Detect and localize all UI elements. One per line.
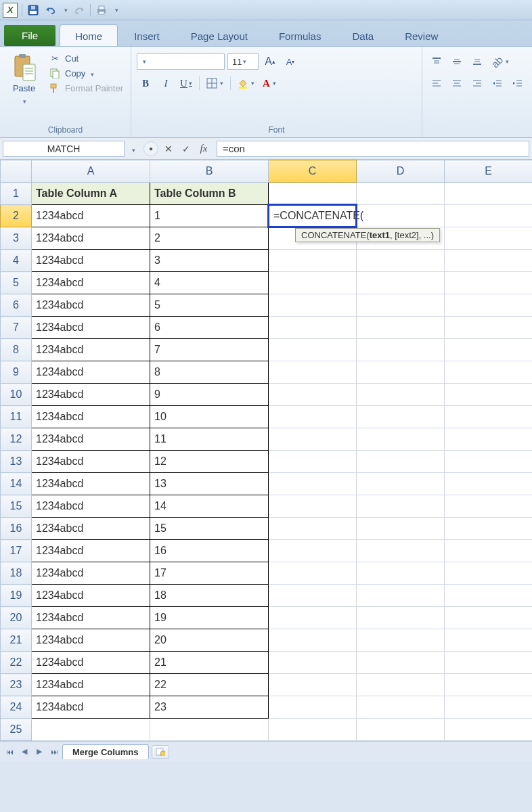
- cell-B12[interactable]: 11: [150, 428, 269, 451]
- cell-A8[interactable]: 1234abcd: [32, 339, 150, 361]
- cell-D15[interactable]: [357, 495, 445, 518]
- row-header[interactable]: 15: [1, 495, 32, 518]
- cell-D14[interactable]: [357, 473, 445, 495]
- cell-B23[interactable]: 22: [150, 674, 269, 696]
- cell-D23[interactable]: [357, 674, 445, 696]
- cell-E7[interactable]: [445, 317, 533, 339]
- select-all-corner[interactable]: [1, 160, 32, 183]
- paste-dropdown-icon[interactable]: [22, 95, 26, 106]
- tab-insert[interactable]: Insert: [119, 25, 175, 46]
- cell-C6[interactable]: [269, 294, 357, 317]
- cell-D1[interactable]: [357, 183, 445, 205]
- cell-E5[interactable]: [445, 272, 533, 294]
- cell-D9[interactable]: [357, 361, 445, 384]
- name-box[interactable]: MATCH: [3, 141, 125, 157]
- cell-D10[interactable]: [357, 384, 445, 406]
- align-center-icon[interactable]: [448, 75, 466, 91]
- cell-E6[interactable]: [445, 294, 533, 317]
- cell-D22[interactable]: [357, 652, 445, 674]
- cell-A18[interactable]: 1234abcd: [32, 562, 150, 585]
- cell-D19[interactable]: [357, 585, 445, 607]
- cell-C1[interactable]: [269, 183, 357, 205]
- row-header[interactable]: 23: [1, 674, 32, 696]
- cancel-formula-icon[interactable]: ✕: [161, 141, 176, 156]
- cell-B19[interactable]: 18: [150, 585, 269, 607]
- cell-B17[interactable]: 16: [150, 540, 269, 562]
- cell-D16[interactable]: [357, 518, 445, 540]
- orientation-icon[interactable]: ab: [489, 53, 512, 70]
- row-header[interactable]: 10: [1, 384, 32, 406]
- column-header-D[interactable]: D: [357, 160, 445, 183]
- redo-icon[interactable]: [72, 3, 86, 17]
- cell-E25[interactable]: [445, 719, 533, 741]
- row-header[interactable]: 14: [1, 473, 32, 495]
- cell-E16[interactable]: [445, 518, 533, 540]
- cell-E24[interactable]: [445, 696, 533, 719]
- cell-D25[interactable]: [357, 719, 445, 741]
- tab-home[interactable]: Home: [60, 24, 118, 46]
- cell-E13[interactable]: [445, 451, 533, 473]
- cell-C10[interactable]: [269, 384, 357, 406]
- cell-B4[interactable]: 3: [150, 250, 269, 272]
- cell-C24[interactable]: [269, 696, 357, 719]
- cell-C19[interactable]: [269, 585, 357, 607]
- cell-B1[interactable]: Table Column B: [150, 183, 269, 205]
- cell-B24[interactable]: 23: [150, 696, 269, 719]
- cell-A6[interactable]: 1234abcd: [32, 294, 150, 317]
- cell-C23[interactable]: [269, 674, 357, 696]
- cell-C15[interactable]: [269, 495, 357, 518]
- cell-C13[interactable]: [269, 451, 357, 473]
- cell-B11[interactable]: 10: [150, 406, 269, 428]
- cell-D24[interactable]: [357, 696, 445, 719]
- column-header-A[interactable]: A: [32, 160, 150, 183]
- cell-C21[interactable]: [269, 629, 357, 652]
- tab-file[interactable]: File: [4, 25, 56, 46]
- expand-formula-icon[interactable]: ●: [143, 141, 158, 156]
- row-header[interactable]: 11: [1, 406, 32, 428]
- cell-E15[interactable]: [445, 495, 533, 518]
- print-icon[interactable]: [95, 3, 108, 17]
- cell-D18[interactable]: [357, 562, 445, 585]
- cell-B14[interactable]: 13: [150, 473, 269, 495]
- qat-customize-icon[interactable]: [112, 3, 119, 17]
- new-sheet-button[interactable]: [152, 745, 169, 759]
- cell-B7[interactable]: 6: [150, 317, 269, 339]
- decrease-indent-icon[interactable]: [489, 75, 506, 91]
- cell-C17[interactable]: [269, 540, 357, 562]
- cell-E11[interactable]: [445, 406, 533, 428]
- cell-B5[interactable]: 4: [150, 272, 269, 294]
- font-color-button[interactable]: A: [260, 75, 279, 91]
- cell-A25[interactable]: [32, 719, 150, 741]
- copy-dropdown-icon[interactable]: [89, 68, 94, 78]
- underline-button[interactable]: U: [177, 75, 195, 91]
- cell-D11[interactable]: [357, 406, 445, 428]
- font-name-select[interactable]: [137, 53, 225, 70]
- cell-C25[interactable]: [269, 719, 357, 741]
- cell-A2[interactable]: 1234abcd: [32, 205, 150, 227]
- cell-B18[interactable]: 17: [150, 562, 269, 585]
- fill-color-button[interactable]: [235, 75, 257, 91]
- row-header[interactable]: 17: [1, 540, 32, 562]
- cell-D8[interactable]: [357, 339, 445, 361]
- row-header[interactable]: 1: [1, 183, 32, 205]
- row-header[interactable]: 4: [1, 250, 32, 272]
- cell-E19[interactable]: [445, 585, 533, 607]
- cell-E17[interactable]: [445, 540, 533, 562]
- cell-A5[interactable]: 1234abcd: [32, 272, 150, 294]
- cut-button[interactable]: ✂ Cut: [47, 52, 125, 64]
- cell-C2[interactable]: =CONCATENATE(CONCATENATE(text1, [text2],…: [269, 205, 357, 227]
- cell-D20[interactable]: [357, 607, 445, 629]
- italic-button[interactable]: I: [157, 75, 175, 91]
- cell-D2[interactable]: [357, 205, 445, 227]
- cell-C5[interactable]: [269, 272, 357, 294]
- cell-A19[interactable]: 1234abcd: [32, 585, 150, 607]
- cell-E22[interactable]: [445, 652, 533, 674]
- align-left-icon[interactable]: [428, 75, 445, 91]
- cell-A10[interactable]: 1234abcd: [32, 384, 150, 406]
- cell-A12[interactable]: 1234abcd: [32, 428, 150, 451]
- row-header[interactable]: 7: [1, 317, 32, 339]
- tab-data[interactable]: Data: [337, 25, 389, 46]
- cell-E14[interactable]: [445, 473, 533, 495]
- save-icon[interactable]: [26, 3, 40, 17]
- cell-E23[interactable]: [445, 674, 533, 696]
